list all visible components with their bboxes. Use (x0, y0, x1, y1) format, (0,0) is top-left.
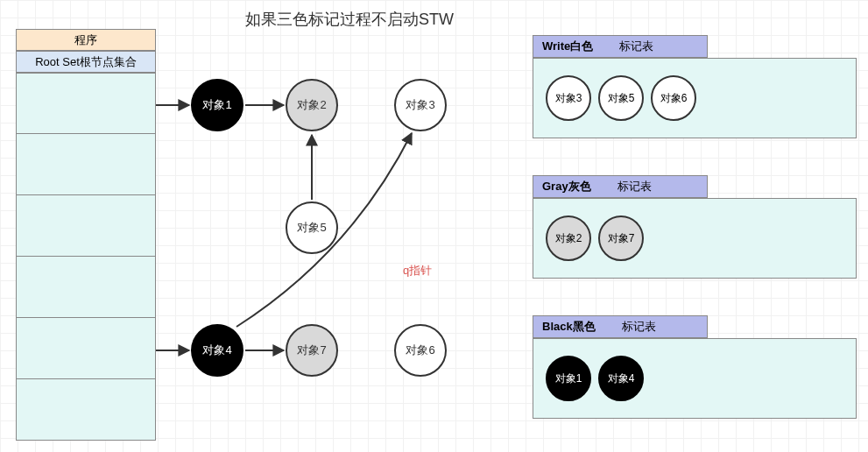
mark-item: 对象3 (546, 75, 591, 121)
node-obj4: 对象4 (191, 324, 243, 377)
panel-gray-head: Gray灰色 标记表 (533, 175, 708, 198)
node-obj1: 对象1 (191, 79, 243, 131)
node-obj2: 对象2 (286, 79, 338, 131)
panel-gray-subtitle: 标记表 (617, 179, 652, 194)
panel-black-body: 对象1 对象4 (533, 338, 857, 419)
stack-cell (16, 73, 156, 134)
panel-gray-title: Gray灰色 (542, 179, 591, 194)
stack-cell (16, 379, 156, 441)
program-header: 程序 (16, 29, 156, 51)
panel-black-subtitle: 标记表 (622, 319, 656, 335)
mark-item: 对象5 (598, 75, 644, 121)
panel-white: Write白色 标记表 对象3 对象5 对象6 (533, 35, 857, 138)
mark-item: 对象1 (546, 356, 591, 401)
panel-white-body: 对象3 对象5 对象6 (533, 58, 857, 138)
panel-black: Black黑色 标记表 对象1 对象4 (533, 315, 857, 419)
stack-cell (16, 318, 156, 379)
q-pointer-label: q指针 (403, 263, 432, 279)
mark-item: 对象7 (598, 215, 644, 261)
panel-gray: Gray灰色 标记表 对象2 对象7 (533, 175, 857, 279)
panel-black-head: Black黑色 标记表 (533, 315, 708, 338)
rootset-header: Root Set根节点集合 (16, 51, 156, 73)
stack-cell (16, 134, 156, 195)
panel-black-title: Black黑色 (542, 319, 596, 335)
page-title: 如果三色标记过程不启动STW (245, 9, 454, 30)
panel-gray-body: 对象2 对象7 (533, 198, 857, 279)
panel-white-subtitle: 标记表 (619, 39, 653, 54)
node-obj5: 对象5 (286, 201, 338, 254)
mark-item: 对象2 (546, 215, 591, 261)
panel-white-head: Write白色 标记表 (533, 35, 708, 58)
panel-white-title: Write白色 (542, 39, 593, 54)
stack-cell (16, 195, 156, 257)
node-obj7: 对象7 (286, 324, 338, 377)
mark-item: 对象4 (598, 356, 644, 401)
node-obj6: 对象6 (394, 324, 447, 377)
stack (16, 73, 156, 441)
node-obj3: 对象3 (394, 79, 447, 131)
stack-cell (16, 257, 156, 318)
mark-item: 对象6 (651, 75, 696, 121)
